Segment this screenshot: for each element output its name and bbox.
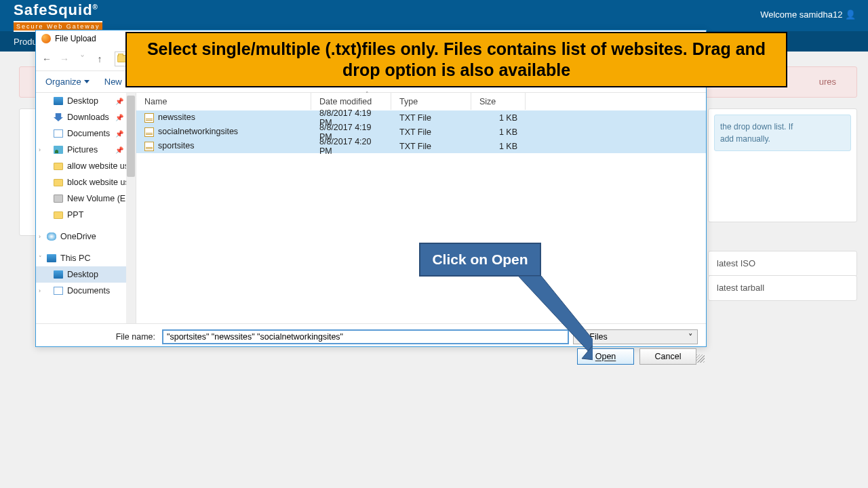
bg-list-item-iso[interactable]: latest ISO (708, 251, 857, 277)
dialog-footer: File name: All Files˅ Open Cancel (36, 323, 706, 364)
column-type[interactable]: Type (391, 93, 471, 110)
pin-icon: 📌 (115, 146, 123, 154)
sidebar-label: OneDrive (60, 232, 96, 241)
bg-alert-text: ures (819, 77, 836, 87)
firefox-icon (41, 34, 51, 43)
sidebar-label: Downloads (67, 113, 109, 122)
filename-label: File name: (44, 332, 158, 342)
file-size: 1 KB (471, 127, 526, 137)
nav-recent-icon[interactable]: ˅ (77, 54, 87, 64)
pics-icon (54, 146, 63, 154)
bg-list-item-tarball[interactable]: latest tarball (708, 275, 857, 301)
thispc-icon (47, 254, 56, 262)
file-size: 1 KB (471, 113, 526, 123)
expand-icon: › (39, 146, 41, 153)
app-header: SafeSquid® Secure Web Gateway Welcome sa… (0, 0, 868, 31)
sidebar-label: Documents (67, 286, 110, 296)
annotation-instruction: Select single/multiple (.txt)files only.… (125, 32, 787, 87)
sidebar-label: New Volume (E:) (67, 194, 131, 203)
annotation-arrow-icon (511, 274, 593, 363)
file-date: 8/8/2017 4:20 PM (311, 137, 391, 156)
user-icon: 👤 (845, 9, 856, 20)
file-name: sportsites (158, 141, 195, 150)
file-type: TXT File (391, 127, 471, 137)
sidebar-item[interactable]: ›OneDrive (36, 228, 136, 245)
newfolder-button[interactable]: New (104, 77, 122, 87)
nav-item[interactable]: Produ (14, 37, 37, 47)
column-size[interactable]: Size (471, 93, 526, 110)
nav-up-icon[interactable]: ↑ (94, 54, 105, 64)
downloads-icon (54, 113, 63, 121)
expand-icon: › (39, 287, 41, 294)
file-type: TXT File (391, 113, 471, 123)
chevron-down-icon (84, 80, 90, 83)
folder-icon (54, 163, 63, 170)
filename-input[interactable] (162, 329, 569, 344)
welcome-text: Welcome samidha12 👤 (760, 9, 856, 20)
file-type: TXT File (391, 142, 471, 151)
pin-icon: 📌 (115, 98, 123, 105)
scrollbar-thumb[interactable] (127, 96, 135, 177)
pin-icon: 📌 (115, 130, 123, 138)
sidebar-item[interactable]: Documents📌 (36, 125, 136, 142)
sidebar-item[interactable]: block website us (36, 174, 136, 190)
sidebar-item[interactable]: ›Documents (36, 283, 136, 299)
logo: SafeSquid® Secure Web Gateway (14, 1, 102, 32)
dialog-title: File Upload (55, 34, 96, 43)
nav-forward-icon[interactable]: → (59, 54, 70, 64)
expand-icon: ˅ (39, 255, 42, 262)
file-name: socialnetworkingsites (158, 127, 238, 136)
sidebar-label: Desktop (67, 96, 98, 106)
bg-info-text: the drop down list. Ifadd manually. (714, 115, 851, 151)
docs-icon (54, 287, 63, 295)
sidebar-item[interactable]: Downloads📌 (36, 109, 136, 125)
sidebar-label: block website us (67, 178, 130, 187)
sidebar-item[interactable]: Desktop📌 (36, 93, 136, 109)
file-size: 1 KB (471, 142, 526, 151)
expand-icon: › (39, 233, 41, 240)
sidebar-label: Desktop (67, 270, 98, 279)
folder-icon (54, 211, 63, 219)
txt-file-icon (144, 142, 154, 151)
file-list-header: Name Date modified Type Size (136, 93, 706, 110)
cancel-button[interactable]: Cancel (639, 348, 696, 365)
dialog-sidebar: Desktop📌Downloads📌Documents📌›Pictures📌al… (36, 93, 136, 323)
sidebar-item[interactable]: allow website us (36, 158, 136, 174)
bg-info-panel: the drop down list. Ifadd manually. (708, 108, 857, 222)
sidebar-item[interactable]: ›Pictures📌 (36, 142, 136, 158)
sidebar-label: Pictures (67, 145, 98, 155)
column-name[interactable]: Name (136, 93, 311, 110)
txt-file-icon (144, 113, 154, 123)
sidebar-label: allow website us (67, 161, 129, 171)
chevron-down-icon: ˅ (688, 332, 693, 342)
sidebar-label: Documents (67, 129, 110, 138)
file-row[interactable]: sportsites8/8/2017 4:20 PMTXT File1 KB (136, 139, 706, 153)
docs-icon (54, 129, 63, 138)
resize-grip-icon[interactable] (696, 354, 705, 363)
file-list: ˄ Name Date modified Type Size newssites… (136, 93, 706, 323)
file-row[interactable]: socialnetworkingsites8/8/2017 4:19 PMTXT… (136, 125, 706, 139)
nav-back-icon[interactable]: ← (41, 54, 52, 64)
sidebar-label: This PC (60, 253, 90, 263)
logo-text: SafeSquid® (14, 1, 102, 19)
file-row[interactable]: newssites8/8/2017 4:19 PMTXT File1 KB (136, 110, 706, 125)
sidebar-item[interactable]: Desktop (36, 266, 136, 283)
drive-icon (54, 195, 63, 203)
annotation-open-callout: Click on Open (419, 243, 541, 277)
pin-icon: 📌 (115, 114, 123, 121)
sidebar-item[interactable]: PPT (36, 207, 136, 223)
sidebar-label: PPT (67, 210, 83, 220)
onedrive-icon (47, 232, 56, 241)
desktop-icon (54, 270, 63, 279)
sidebar-item[interactable]: ˅This PC (36, 250, 136, 266)
txt-file-icon (144, 127, 154, 137)
folder-icon (54, 179, 63, 186)
sidebar-item[interactable]: New Volume (E:) (36, 190, 136, 207)
sidebar-scrollbar[interactable] (126, 93, 136, 323)
file-name: newssites (158, 113, 195, 122)
sort-indicator-icon: ˄ (366, 91, 369, 98)
column-date[interactable]: Date modified (311, 93, 391, 110)
desktop-icon (54, 97, 63, 105)
organize-button[interactable]: Organize (45, 77, 90, 87)
svg-marker-0 (518, 276, 593, 354)
